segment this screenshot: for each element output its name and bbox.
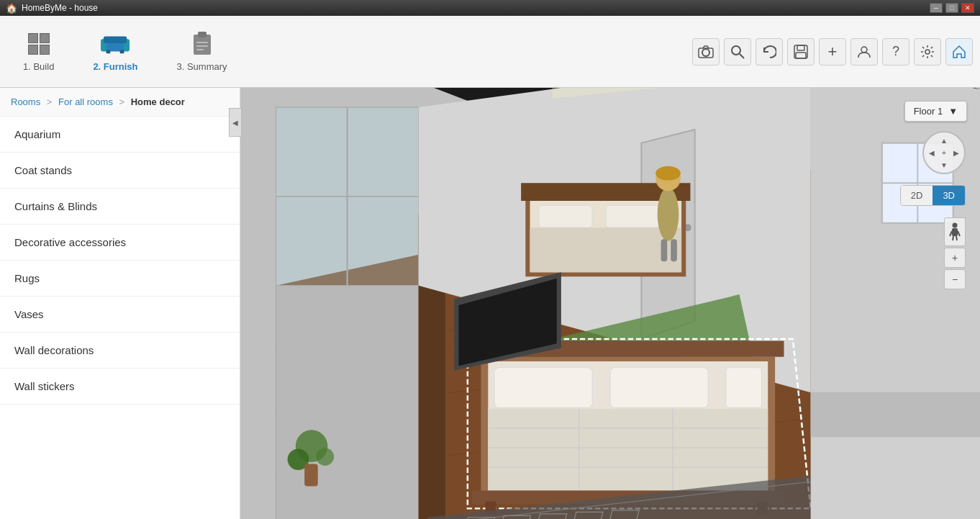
category-wall-decorations[interactable]: Wall decorations <box>0 333 240 369</box>
maximize-button[interactable]: □ <box>945 3 958 13</box>
camera-button[interactable] <box>692 38 720 66</box>
svg-marker-101 <box>811 392 980 437</box>
sidebar-collapse-button[interactable]: ◀ <box>229 108 242 137</box>
zoom-out-button[interactable]: − <box>944 269 966 289</box>
furnish-icon <box>101 32 130 57</box>
nav-compass[interactable]: ▲ ◀ + ▶ ▼ <box>922 131 966 174</box>
svg-rect-4 <box>106 50 111 54</box>
breadcrumb-all-rooms[interactable]: For all rooms <box>58 96 113 107</box>
summary-icon <box>188 32 217 57</box>
breadcrumb-sep-1: > <box>47 96 53 107</box>
breadcrumb-sep-2: > <box>119 96 125 107</box>
top-toolbar: 1. Build 2. Furnish <box>0 16 980 88</box>
svg-rect-6 <box>194 35 211 55</box>
tab-furnish[interactable]: 2. Furnish <box>84 26 146 78</box>
svg-line-22 <box>950 231 952 236</box>
svg-rect-62 <box>610 368 708 408</box>
home-button[interactable] <box>945 38 973 66</box>
svg-marker-64 <box>488 409 768 491</box>
svg-rect-16 <box>797 45 804 50</box>
save-button[interactable] <box>787 38 815 66</box>
svg-point-19 <box>925 50 930 54</box>
svg-line-14 <box>740 54 744 58</box>
compass-down[interactable]: ▼ <box>938 159 950 171</box>
svg-rect-54 <box>661 239 668 261</box>
svg-rect-5 <box>120 50 124 54</box>
viewport[interactable]: Floor 1 ▼ ▲ ◀ + ▶ ▼ 2D 3D <box>240 88 980 519</box>
view-3d-button[interactable]: 3D <box>933 186 965 205</box>
breadcrumb-home-decor: Home decor <box>131 96 185 107</box>
view-toggle: 2D 3D <box>900 185 966 206</box>
svg-rect-3 <box>104 37 127 44</box>
add-button[interactable]: + <box>819 38 846 66</box>
floor-selector-icon: ▼ <box>948 106 958 117</box>
svg-point-18 <box>861 47 867 53</box>
category-wall-stickers[interactable]: Wall stickers <box>0 369 240 405</box>
svg-point-53 <box>655 166 681 181</box>
minimize-button[interactable]: ─ <box>930 3 943 13</box>
tab-furnish-label: 2. Furnish <box>93 61 137 72</box>
svg-point-98 <box>316 448 334 466</box>
svg-rect-17 <box>796 53 806 58</box>
view-2d-button[interactable]: 2D <box>901 186 933 205</box>
tab-build[interactable]: 1. Build <box>14 26 63 78</box>
content-area: Rooms > For all rooms > Home decor Aquar… <box>0 88 980 519</box>
tab-build-label: 1. Build <box>23 61 54 72</box>
tab-summary[interactable]: 3. Summary <box>168 26 236 78</box>
compass-center[interactable]: + <box>938 147 950 158</box>
svg-point-51 <box>658 187 679 240</box>
zoom-controls: + − <box>944 217 966 289</box>
zoom-in-button[interactable]: + <box>944 248 966 268</box>
svg-rect-9 <box>196 45 208 47</box>
floor-selector[interactable]: Floor 1 ▼ <box>904 101 967 122</box>
breadcrumb: Rooms > For all rooms > Home decor <box>0 88 240 117</box>
build-icon <box>24 32 53 57</box>
svg-point-11 <box>702 49 709 56</box>
compass-left[interactable]: ◀ <box>926 147 938 158</box>
svg-line-23 <box>958 231 960 236</box>
category-rugs[interactable]: Rugs <box>0 261 240 297</box>
svg-rect-50 <box>530 227 682 272</box>
window-title: HomeByMe - house <box>22 3 98 13</box>
tab-summary-label: 3. Summary <box>177 61 227 72</box>
user-button[interactable] <box>850 38 878 66</box>
svg-rect-63 <box>726 368 762 408</box>
app-icon: 🏠 <box>6 3 17 14</box>
toolbar-right: + ? <box>692 38 973 66</box>
compass-up[interactable]: ▲ <box>938 135 950 146</box>
svg-rect-10 <box>196 49 204 50</box>
breadcrumb-rooms[interactable]: Rooms <box>11 96 40 107</box>
svg-rect-7 <box>198 32 207 37</box>
close-button[interactable]: ✕ <box>961 3 974 13</box>
sidebar: Rooms > For all rooms > Home decor Aquar… <box>0 88 240 519</box>
svg-rect-49 <box>606 205 659 227</box>
search-button[interactable] <box>724 38 751 66</box>
floor-selector-label: Floor 1 <box>914 106 943 117</box>
room-scene <box>240 88 980 519</box>
category-coat-stands[interactable]: Coat stands <box>0 153 240 189</box>
undo-button[interactable] <box>756 38 783 66</box>
svg-rect-21 <box>952 228 958 236</box>
svg-rect-48 <box>539 205 592 227</box>
svg-point-13 <box>732 46 740 55</box>
svg-rect-61 <box>494 368 592 408</box>
category-curtains-blinds[interactable]: Curtains & Blinds <box>0 189 240 225</box>
compass-right[interactable]: ▶ <box>950 147 962 158</box>
svg-rect-99 <box>304 464 318 486</box>
svg-line-24 <box>953 236 953 240</box>
settings-button[interactable] <box>914 38 941 66</box>
nav-tabs: 1. Build 2. Furnish <box>14 26 236 78</box>
category-decorative-accessories[interactable]: Decorative accessories <box>0 225 240 261</box>
svg-point-20 <box>953 223 958 228</box>
category-aquarium[interactable]: Aquarium <box>0 117 240 153</box>
svg-line-25 <box>956 236 957 240</box>
svg-rect-55 <box>671 239 677 261</box>
help-button[interactable]: ? <box>882 38 909 66</box>
window-controls: ─ □ ✕ <box>930 3 974 13</box>
svg-rect-8 <box>196 42 208 43</box>
person-view-button[interactable] <box>944 217 966 246</box>
title-bar: 🏠 HomeByMe - house ─ □ ✕ <box>0 0 980 16</box>
category-vases[interactable]: Vases <box>0 297 240 333</box>
